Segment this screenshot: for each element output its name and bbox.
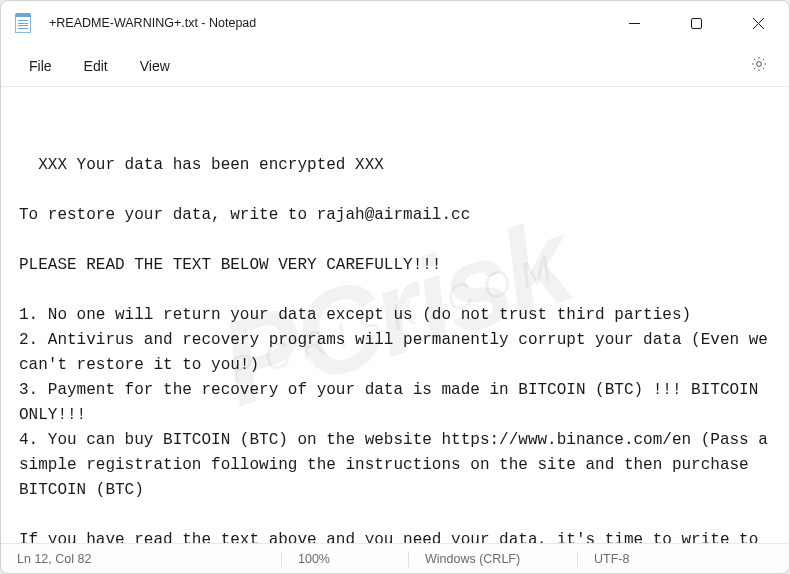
title-appname: Notepad xyxy=(209,16,256,30)
status-line-ending: Windows (CRLF) xyxy=(409,544,577,573)
svg-rect-1 xyxy=(691,18,701,28)
notepad-icon xyxy=(15,13,31,33)
close-button[interactable] xyxy=(727,1,789,45)
window-title: +README-WARNING+.txt - Notepad xyxy=(45,16,603,30)
minimize-button[interactable] xyxy=(603,1,665,45)
notepad-window: +README-WARNING+.txt - Notepad File Edit… xyxy=(0,0,790,574)
menu-file[interactable]: File xyxy=(13,52,68,80)
menubar: File Edit View xyxy=(1,45,789,87)
svg-point-4 xyxy=(757,61,762,66)
titlebar[interactable]: +README-WARNING+.txt - Notepad xyxy=(1,1,789,45)
status-zoom[interactable]: 100% xyxy=(282,544,408,573)
status-cursor-position: Ln 12, Col 82 xyxy=(1,544,281,573)
title-filename: +README-WARNING+.txt xyxy=(49,16,198,30)
watermark: PCrisk PCRISK.COM xyxy=(221,246,569,385)
status-encoding: UTF-8 xyxy=(578,544,645,573)
maximize-button[interactable] xyxy=(665,1,727,45)
settings-button[interactable] xyxy=(739,50,779,82)
statusbar: Ln 12, Col 82 100% Windows (CRLF) UTF-8 xyxy=(1,543,789,573)
text-editor[interactable]: PCrisk PCRISK.COM XXX Your data has been… xyxy=(1,87,789,543)
gear-icon xyxy=(750,55,768,77)
menu-edit[interactable]: Edit xyxy=(68,52,124,80)
menu-view[interactable]: View xyxy=(124,52,186,80)
window-controls xyxy=(603,1,789,45)
